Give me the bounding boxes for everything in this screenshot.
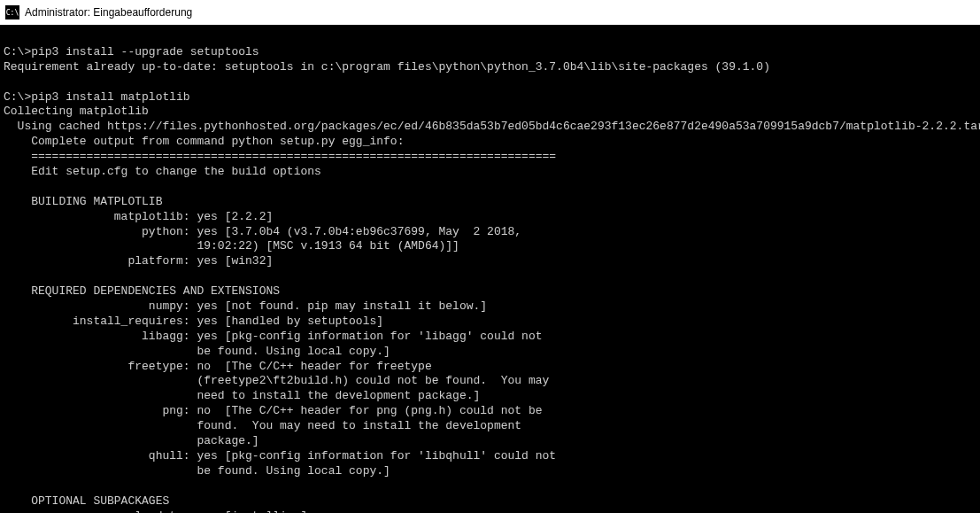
terminal-output[interactable]: C:\>pip3 install --upgrade setuptools Re…: [0, 25, 980, 513]
cmd-icon: C:\: [5, 5, 19, 19]
window-titlebar: C:\ Administrator: Eingabeaufforderung: [0, 0, 980, 25]
terminal-content: C:\>pip3 install --upgrade setuptools Re…: [4, 30, 976, 513]
window-title: Administrator: Eingabeaufforderung: [25, 6, 192, 19]
